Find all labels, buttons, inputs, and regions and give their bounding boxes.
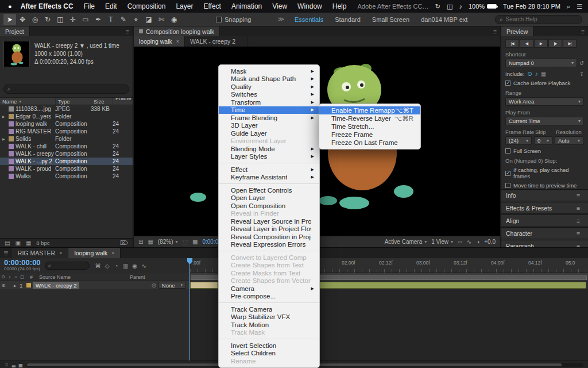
resolution-dropdown[interactable]: Auto [555,136,583,145]
context-menu-item[interactable]: Track Mask ▶ [219,329,319,337]
shortcut-dropdown[interactable]: Numpad 0 [505,59,577,67]
first-frame-button[interactable]: |◀ [505,39,519,48]
current-time-indicator[interactable] [189,258,190,361]
menubar-item[interactable]: File [79,2,100,10]
menubar-item[interactable]: Window [292,2,327,10]
type-tool-icon[interactable]: T [105,14,117,25]
panel-header[interactable]: Character [501,227,588,239]
shape-tool-icon[interactable]: ▭ [79,14,92,25]
clone-stamp-tool-icon[interactable]: ⌖ [130,14,142,25]
context-menu-item[interactable]: Time ▶ [219,106,319,114]
preview-panel-tab[interactable]: Preview [501,26,533,36]
puppet-pin-tool-icon[interactable]: ◉ [168,14,180,25]
brush-tool-icon[interactable]: ✎ [117,14,130,25]
panel-header[interactable]: Info [501,189,588,201]
audio-column-icon[interactable]: ♪ [6,274,13,279]
frame-rate-dropdown[interactable]: (24) [505,136,532,145]
project-row[interactable]: ▶ 1110383....jpg JPEG 338 KB [0,105,133,113]
project-row[interactable]: ▶ WALK - proud Composition 24 [0,165,133,172]
rotation-tool-icon[interactable]: ↻ [41,14,54,25]
context-menu-item[interactable]: Create Shapes from Text ▶ [219,262,319,270]
context-menu-item[interactable]: Convert to Layered Comp ▶ [219,254,319,262]
timeline-search-box[interactable]: ⌕ [45,262,90,270]
close-tab-icon[interactable] [176,39,179,44]
toggle-expand-icon[interactable]: ⇳ [5,362,9,367]
context-menu-item[interactable]: Pre-compose... ▶ [219,293,319,301]
skip-dropdown[interactable]: 0 [534,136,552,145]
snapshot-icon[interactable]: ⊞ [138,239,143,245]
context-menu-item[interactable]: Switches ▶ [219,91,319,99]
panel-menu-icon[interactable] [122,26,133,36]
previous-frame-button[interactable]: ◀| [520,39,533,48]
roto-brush-tool-icon[interactable]: ✄ [155,14,168,25]
notification-center-icon[interactable]: ☰ [577,3,582,10]
project-row[interactable]: ▶ RIG MASTER Composition 24 [0,128,133,135]
include-audio-icon[interactable]: ♪ [535,71,538,77]
exposure-icon[interactable]: ◑ [476,239,479,245]
project-row[interactable]: ▶ looping walk Composition 24 [0,120,133,128]
column-header-name[interactable]: Name▲ [0,98,55,105]
context-menu-item[interactable]: Mask and Shape Path ▶ [219,75,319,83]
context-menu-item[interactable]: Reveal Composition in Project ▶ [219,233,319,241]
column-header-size[interactable]: Size [91,98,113,105]
spotlight-icon[interactable]: ⌕ [567,3,570,10]
zoom-in-mountain-icon[interactable]: ▅ [19,362,22,367]
search-help-input[interactable] [506,16,569,22]
region-of-interest-icon[interactable]: ⬚ [183,239,188,245]
context-menu-item[interactable]: Mask ▶ [219,67,319,75]
layer-row[interactable]: ⊙ ▶ 1 WALK - creepy 2 ◎ None [0,281,189,289]
context-menu-item[interactable]: Create Masks from Text ▶ [219,269,319,277]
comp-timecode[interactable]: 0:00:0 [202,239,218,245]
context-menu-item[interactable]: Keyframe Assistant ▶ [219,174,319,182]
lock-column-icon[interactable]: ◻ [19,274,25,279]
new-composition-icon[interactable]: ▦ [26,240,31,246]
zoom-out-mountain-icon[interactable]: ▃ [12,362,16,367]
context-menu-item[interactable]: Invert Selection ▶ [219,342,319,350]
timeline-tab[interactable]: RIG MASTER [12,248,69,258]
context-menu-item[interactable]: Camera ▶ [219,285,319,293]
project-search-input[interactable] [14,86,111,93]
menubar-item[interactable]: Effect [198,2,226,10]
workspace-overflow-icon[interactable]: ≫ [278,16,285,23]
panel-header[interactable]: Align [501,214,588,227]
layer-twirl-icon[interactable]: ▶ [14,283,20,288]
panel-header[interactable]: Effects & Presets [501,202,588,214]
pen-tool-icon[interactable]: ✒ [92,14,105,25]
context-menu-item[interactable]: Blending Mode ▶ [219,145,319,153]
panel-menu-icon[interactable] [573,205,583,212]
context-menu-item[interactable]: Open Composition ▶ [219,202,319,210]
context-menu-item[interactable]: Create Shapes from Vector Layer ▶ [219,277,319,285]
project-row[interactable]: ▶ WALK - creepy Composition 24 [0,150,133,158]
panel-menu-icon[interactable] [573,192,583,199]
context-menu-item[interactable]: Quality ▶ [219,83,319,91]
context-menu-item[interactable]: Layer Styles ▶ [219,153,319,161]
include-overlays-icon[interactable]: ▦ [541,71,546,77]
hand-tool-icon[interactable]: ✥ [16,14,29,25]
context-menu-item[interactable]: Environment Layer ▶ [219,137,319,145]
panel-menu-icon[interactable] [578,26,588,36]
timeline-search-input[interactable] [53,263,83,269]
time-submenu-item[interactable]: Freeze On Last Frame [319,139,420,147]
solo-column-icon[interactable]: ○ [13,274,19,279]
timeline-tab[interactable]: looping walk [68,248,121,258]
project-search-box[interactable]: ⌕ [3,85,129,94]
layer-name[interactable]: WALK - creepy 2 [33,282,79,289]
transparency-grid-icon[interactable]: ▩ [192,239,198,245]
layer-label-color[interactable] [26,283,31,288]
menubar-item[interactable]: Animation [226,2,267,10]
selection-tool-icon[interactable]: ➤ [3,14,16,25]
interpret-footage-icon[interactable]: ▤ [5,240,10,246]
panel-menu-icon[interactable] [573,217,583,224]
fast-previews-icon[interactable]: ∿ [467,239,471,245]
project-panel-tab[interactable]: Project [0,26,30,36]
current-timecode[interactable]: 0:00:00:00 [4,259,41,266]
pan-behind-tool-icon[interactable]: ✛ [67,14,79,25]
menubar-item[interactable]: Composition [122,2,171,10]
parent-pickwhip-icon[interactable]: ◎ [152,282,156,288]
context-menu-item[interactable]: Reveal Layer Source in Project ▶ [219,217,319,225]
graph-editor-icon[interactable]: ∿ [140,263,149,269]
menubar-item[interactable]: Layer [171,2,198,10]
apple-menu-icon[interactable]: ● [8,3,12,10]
next-frame-button[interactable]: |▶ [548,39,562,48]
workspace-tab[interactable]: Small Screen [366,16,415,23]
